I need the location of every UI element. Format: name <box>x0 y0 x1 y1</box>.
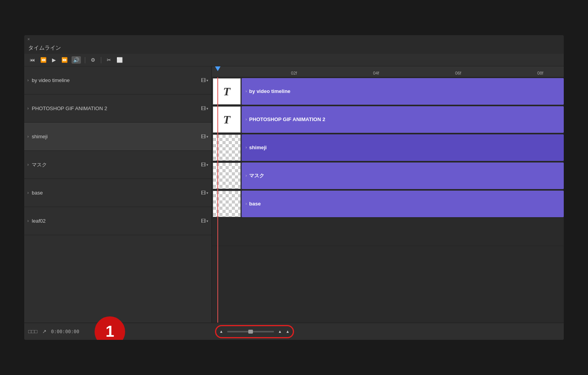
layer-name: by video timeline <box>32 77 198 83</box>
playhead-arrow <box>215 66 220 71</box>
panel-title: タイムライン <box>24 43 564 54</box>
track-thumb-text: T <box>213 78 241 105</box>
layer-icons: 🎞 ▾ <box>201 106 208 111</box>
layer-name: マスク <box>32 161 198 168</box>
track-expand-icon[interactable]: › <box>246 173 247 178</box>
track-label: マスク <box>249 172 264 179</box>
layer-icons: 🎞 ▾ <box>201 218 208 224</box>
layer-icons: 🎞 ▾ <box>201 162 208 168</box>
film-icon: 🎞 <box>201 106 206 111</box>
btn-cut[interactable]: ✂ <box>105 56 113 64</box>
layer-row[interactable]: › PHOTOSHOP GIF ANIMATION 2 🎞 ▾ <box>24 95 212 123</box>
expand-icon[interactable]: › <box>27 134 29 139</box>
track-row: T › by video timeline <box>212 77 564 105</box>
timecode-display: 0:00:00:00 <box>51 329 79 334</box>
track-bar[interactable]: › by video timeline <box>242 78 564 105</box>
track-bar[interactable]: › PHOTOSHOP GIF ANIMATION 2 <box>242 106 564 133</box>
track-row: T › PHOTOSHOP GIF ANIMATION 2 <box>212 105 564 134</box>
time-ruler: 02f 04f 06f 08f <box>212 66 564 77</box>
chevron-down-icon[interactable]: ▾ <box>206 163 208 167</box>
expand-icon[interactable]: › <box>27 78 29 82</box>
track-thumb-image <box>213 134 241 161</box>
scroll-right-arrow[interactable]: ▲ <box>286 329 290 334</box>
ruler-mark-04f: 04f <box>373 71 379 75</box>
track-row: › base <box>212 190 564 218</box>
btn-next[interactable]: ⏩ <box>60 56 69 64</box>
track-expand-icon[interactable]: › <box>246 202 247 206</box>
track-expand-icon[interactable]: › <box>246 145 247 150</box>
track-label: PHOTOSHOP GIF ANIMATION 2 <box>249 116 325 122</box>
btn-settings[interactable]: ⚙ <box>89 56 97 64</box>
btn-first[interactable]: ⏮ <box>28 56 36 64</box>
btn-play[interactable]: ▶ <box>50 56 57 64</box>
layer-name: PHOTOSHOP GIF ANIMATION 2 <box>32 105 198 111</box>
bottom-left: □□□ ↗ 0:00:00:00 1 <box>24 329 212 334</box>
ruler-mark-02f: 02f <box>291 71 297 75</box>
layer-row[interactable]: › leaf02 🎞 ▾ <box>24 207 212 235</box>
toolbar-separator <box>85 57 85 63</box>
timeline-area: › by video timeline 🎞 ▾ › PHOTOSHOP GIF … <box>24 66 564 323</box>
bottom-right: ▲ ▲ ▲ <box>212 325 564 338</box>
layer-name: leaf02 <box>32 218 198 224</box>
close-bar: × <box>24 35 564 43</box>
track-row-leaf02 <box>212 218 564 246</box>
btn-audio[interactable]: 🔊 <box>72 56 81 64</box>
layers-panel: › by video timeline 🎞 ▾ › PHOTOSHOP GIF … <box>24 66 212 323</box>
layer-icons: 🎞 ▾ <box>201 134 208 139</box>
tracks-panel: 02f 04f 06f 08f T › by video timeline <box>212 66 564 323</box>
playhead[interactable] <box>217 66 218 71</box>
toolbar: ⏮ ⏪ ▶ ⏩ 🔊 ⚙ ✂ ⬜ <box>24 54 564 66</box>
bottom-bar: □□□ ↗ 0:00:00:00 1 ▲ ▲ ▲ <box>24 323 564 340</box>
layer-row[interactable]: › base 🎞 ▾ <box>24 179 212 207</box>
track-thumb-image <box>213 162 241 189</box>
track-label: by video timeline <box>249 88 290 94</box>
layer-row[interactable]: › マスク 🎞 ▾ <box>24 151 212 179</box>
track-bar[interactable]: › base <box>242 191 564 217</box>
film-icon: 🎞 <box>201 134 206 139</box>
expand-icon[interactable]: › <box>27 219 29 223</box>
track-expand-icon[interactable]: › <box>246 89 247 93</box>
layer-icons: 🎞 ▾ <box>201 190 208 196</box>
chevron-down-icon[interactable]: ▾ <box>206 219 208 223</box>
chevron-down-icon[interactable]: ▾ <box>206 191 208 195</box>
chevron-down-icon[interactable]: ▾ <box>206 107 208 111</box>
track-bar[interactable]: › shimeji <box>242 134 564 161</box>
layer-name: base <box>32 190 198 196</box>
tracks-area: T › by video timeline T › PHOTOSHOP GIF … <box>212 77 564 323</box>
scroll-left-arrow[interactable]: ▲ <box>219 329 223 334</box>
btn-prev[interactable]: ⏪ <box>39 56 48 64</box>
layer-icons: 🎞 ▾ <box>201 78 208 83</box>
toolbar-separator-2 <box>101 57 101 63</box>
close-button[interactable]: × <box>27 37 30 41</box>
track-row: › マスク <box>212 162 564 190</box>
timeline-panel: × タイムライン ⏮ ⏪ ▶ ⏩ 🔊 ⚙ ✂ ⬜ › by video time… <box>24 35 564 340</box>
track-bar[interactable]: › マスク <box>242 162 564 189</box>
layer-name: shimeji <box>32 134 198 139</box>
film-icon: 🎞 <box>201 78 206 83</box>
track-expand-icon[interactable]: › <box>246 117 247 121</box>
chevron-down-icon[interactable]: ▾ <box>206 135 208 139</box>
track-row: › shimeji <box>212 134 564 162</box>
track-label: base <box>249 201 261 207</box>
film-icon: 🎞 <box>201 190 206 196</box>
layer-row[interactable]: › by video timeline 🎞 ▾ <box>24 66 212 95</box>
scroll-mid-arrow[interactable]: ▲ <box>278 329 282 334</box>
share-button[interactable]: ↗ <box>42 329 47 334</box>
expand-icon[interactable]: › <box>27 106 29 111</box>
ruler-mark-06f: 06f <box>455 71 461 75</box>
layer-row-selected[interactable]: › shimeji 🎞 ▾ <box>24 123 212 151</box>
film-icon: 🎞 <box>201 162 206 168</box>
scroll-track[interactable] <box>227 331 274 332</box>
btn-expand[interactable]: ⬜ <box>115 56 124 64</box>
expand-icon[interactable]: › <box>27 162 29 167</box>
track-thumb-image <box>213 191 241 217</box>
zoom-scrollbar[interactable]: ▲ ▲ ▲ <box>215 325 294 338</box>
expand-icon[interactable]: › <box>27 191 29 195</box>
ruler-mark-08f: 08f <box>537 71 543 75</box>
chevron-down-icon[interactable]: ▾ <box>206 79 208 82</box>
track-label: shimeji <box>249 145 267 150</box>
track-thumb-text: T <box>213 106 241 133</box>
film-icon: 🎞 <box>201 218 206 224</box>
frames-view-button[interactable]: □□□ <box>28 329 38 334</box>
scroll-thumb[interactable] <box>248 330 253 334</box>
